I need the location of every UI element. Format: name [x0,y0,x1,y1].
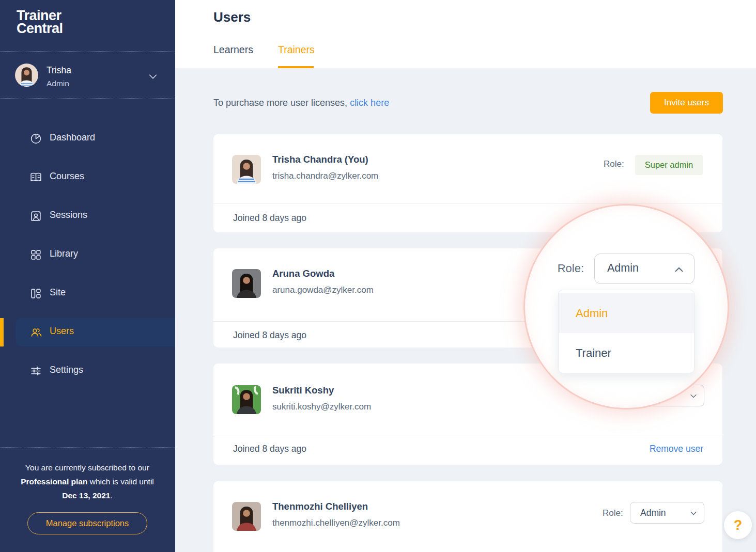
user-name: Aruna Gowda [272,268,334,279]
app-logo: Trainer Central [17,9,63,35]
role-badge: Super admin [635,155,703,175]
page-header [175,0,756,68]
card-divider [213,435,722,435]
avatar [232,385,261,414]
sidebar: Trainer Central Trisha Admin Dashboard C… [0,0,175,552]
grid-icon [29,248,42,261]
user-email: sukriti.koshy@zylker.com [272,402,371,412]
sidebar-item-settings[interactable]: Settings [0,357,175,385]
manage-subscriptions-button[interactable]: Manage subscriptions [27,512,147,534]
joined-text: Joined 8 days ago [233,330,306,341]
joined-text: Joined 8 days ago [233,213,306,224]
avatar [232,269,261,298]
sidebar-item-label: Library [50,248,78,259]
sidebar-item-label: Courses [50,171,84,182]
sidebar-item-sessions[interactable]: Sessions [0,202,175,230]
users-icon [29,326,42,339]
tab-learners[interactable]: Learners [213,44,253,56]
chevron-down-icon [147,71,159,82]
people-icon [29,210,42,223]
chevron-down-icon [688,508,699,518]
logo-line-2: Central [17,22,63,35]
license-text: To purchase more user licenses, click he… [213,98,389,108]
dropdown-option-admin[interactable]: Admin [559,293,694,333]
role-select-open[interactable]: Admin [594,254,695,284]
sidebar-item-site[interactable]: Site [0,279,175,308]
card-divider [213,203,722,203]
profile-role: Admin [47,79,69,88]
dropdown-option-trainer[interactable]: Trainer [559,333,694,373]
pie-chart-icon [29,132,42,145]
role-select[interactable]: Admin [630,502,704,524]
chevron-down-icon [688,391,699,401]
sidebar-item-dashboard[interactable]: Dashboard [0,124,175,153]
invite-users-button[interactable]: Invite users [650,92,723,114]
role-label: Role: [603,508,623,518]
purchase-licenses-link[interactable]: click here [350,98,389,108]
active-tab-underline [278,66,314,68]
question-mark-icon: ? [734,517,743,533]
book-icon [29,171,42,184]
user-name: Thenmozhi Chelliyen [272,501,368,512]
profile-avatar [15,64,38,87]
joined-text: Joined 8 days ago [233,444,306,454]
profile-name: Trisha [47,65,71,76]
subscription-valid-date: Dec 13, 2021 [62,491,110,500]
sidebar-item-library[interactable]: Library [0,241,175,269]
subscription-text-part: . [110,491,112,500]
subscription-text-part: which is valid until [87,477,153,486]
avatar [232,155,261,184]
sidebar-item-label: Dashboard [50,132,95,143]
user-card-thenmozhi: Thenmozhi Chelliyen thenmozhi.chelliyen@… [213,481,722,552]
sidebar-item-label: Settings [50,365,83,375]
sidebar-item-label: Users [50,326,74,337]
layout-icon [29,287,42,300]
chevron-up-icon [672,263,686,276]
sliders-icon [29,365,42,377]
user-name: Sukriti Koshy [272,385,334,396]
page-title: Users [213,9,251,25]
license-text-part: To purchase more user licenses, [213,98,350,108]
sidebar-item-label: Site [50,287,66,298]
role-label: Role: [604,159,624,169]
user-email: aruna.gowda@zylker.com [272,285,374,295]
user-name: Trisha Chandra (You) [272,154,368,165]
role-label: Role: [546,262,584,275]
avatar [232,502,261,531]
user-email: thenmozhi.chelliyen@zylker.com [272,518,400,528]
role-select-value: Admin [607,262,639,275]
remove-user-link[interactable]: Remove user [650,444,703,454]
divider [0,447,175,448]
tab-trainers[interactable]: Trainers [278,44,315,56]
sidebar-item-label: Sessions [50,210,87,220]
user-email: trisha.chandra@zylker.com [272,171,378,181]
divider [0,98,175,99]
role-dropdown-menu: Admin Trainer [558,290,695,373]
subscription-text-part: You are currently subscribed to our [25,463,149,472]
active-nav-indicator [0,318,4,346]
subscription-plan: Professional plan [21,477,87,486]
subscription-text: You are currently subscribed to our Prof… [19,461,156,502]
help-button[interactable]: ? [724,511,752,539]
role-select-value: Admin [640,508,666,518]
sidebar-item-courses[interactable]: Courses [0,163,175,192]
sidebar-item-users[interactable]: Users [16,318,175,346]
